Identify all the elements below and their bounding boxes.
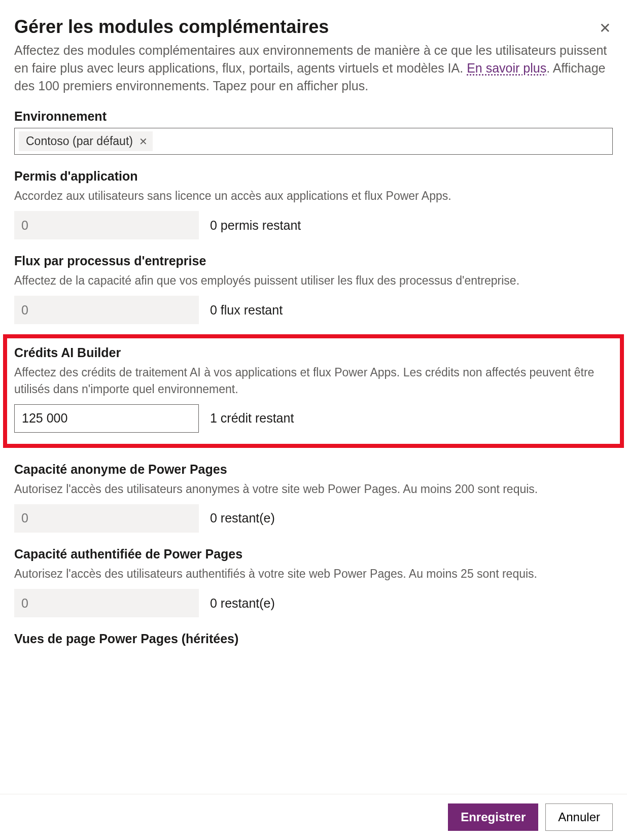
section-description: Affectez des crédits de traitement AI à …	[14, 364, 613, 397]
section-description: Affectez de la capacité afin que vos emp…	[14, 272, 613, 289]
environment-chip-label: Contoso (par défaut)	[26, 134, 133, 148]
dialog-footer: Enregistrer Annuler	[0, 794, 627, 840]
dialog-intro: Affectez des modules complémentaires aux…	[14, 42, 613, 95]
allocation-input[interactable]	[14, 404, 199, 433]
save-button[interactable]: Enregistrer	[448, 803, 538, 831]
allocation-input	[14, 211, 199, 239]
remaining-label: 0 restant(e)	[210, 596, 275, 611]
section-description: Accordez aux utilisateurs sans licence u…	[14, 188, 613, 204]
environment-label: Environnement	[14, 109, 613, 124]
field-row: 0 restant(e)	[14, 504, 613, 533]
section-title: Capacité anonyme de Power Pages	[14, 462, 613, 477]
remaining-label: 0 restant(e)	[210, 511, 275, 526]
section-description: Autorisez l'accès des utilisateurs authe…	[14, 566, 613, 582]
addon-section: Flux par processus d'entrepriseAffectez …	[14, 254, 613, 324]
section-title: Crédits AI Builder	[14, 345, 613, 360]
addon-section: Permis d'applicationAccordez aux utilisa…	[14, 169, 613, 239]
learn-more-link[interactable]: En savoir plus	[467, 61, 546, 75]
remaining-label: 0 flux restant	[210, 303, 283, 318]
addon-section: Vues de page Power Pages (héritées)	[14, 632, 613, 646]
remove-environment-icon[interactable]: ✕	[139, 136, 148, 147]
environment-chip: Contoso (par défaut) ✕	[19, 131, 153, 151]
section-title: Permis d'application	[14, 169, 613, 184]
section-title: Capacité authentifiée de Power Pages	[14, 547, 613, 562]
close-icon: ✕	[599, 20, 611, 36]
addon-section: Capacité authentifiée de Power PagesAuto…	[14, 547, 613, 617]
field-row: 0 flux restant	[14, 296, 613, 324]
section-title: Flux par processus d'entreprise	[14, 254, 613, 268]
allocation-input	[14, 296, 199, 324]
field-row: 1 crédit restant	[14, 404, 613, 433]
field-row: 0 restant(e)	[14, 589, 613, 617]
section-description: Autorisez l'accès des utilisateurs anony…	[14, 481, 613, 497]
remaining-label: 0 permis restant	[210, 218, 301, 233]
environment-picker[interactable]: Contoso (par défaut) ✕	[14, 128, 613, 155]
dialog-title: Gérer les modules complémentaires	[14, 16, 329, 38]
allocation-input	[14, 589, 199, 617]
cancel-button[interactable]: Annuler	[545, 803, 613, 831]
close-button[interactable]: ✕	[597, 19, 613, 38]
field-row: 0 permis restant	[14, 211, 613, 239]
remaining-label: 1 crédit restant	[210, 411, 294, 426]
section-title: Vues de page Power Pages (héritées)	[14, 632, 613, 646]
addon-section: Capacité anonyme de Power PagesAutorisez…	[14, 462, 613, 533]
addon-section: Crédits AI BuilderAffectez des crédits d…	[3, 334, 624, 447]
allocation-input	[14, 504, 199, 533]
